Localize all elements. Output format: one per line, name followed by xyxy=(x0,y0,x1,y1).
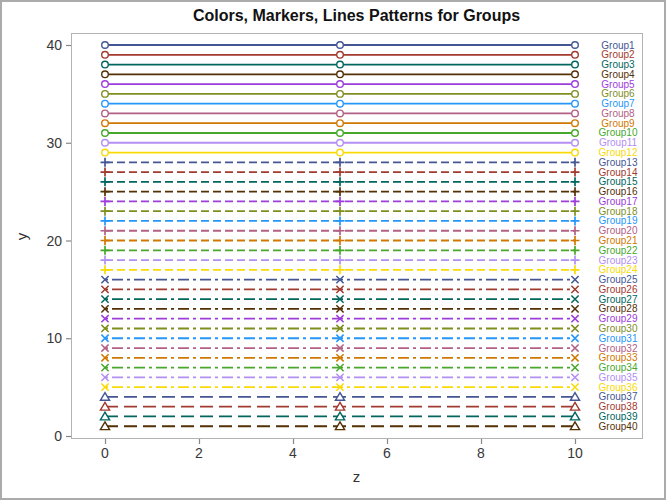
series-marker-circle xyxy=(337,130,344,137)
series-marker-circle xyxy=(102,149,109,156)
series-marker-x xyxy=(571,296,578,303)
series-marker-plus xyxy=(336,216,345,225)
series-marker-circle xyxy=(337,100,344,107)
series-marker-plus xyxy=(336,177,345,186)
y-tick-label: 20 xyxy=(46,233,62,249)
x-tick-label: 8 xyxy=(477,445,485,461)
series-marker-circle xyxy=(102,110,109,117)
series-marker-plus xyxy=(336,158,345,167)
series-marker-plus xyxy=(101,236,110,245)
series-marker-plus xyxy=(336,236,345,245)
series-marker-x xyxy=(571,305,578,312)
series-marker-circle xyxy=(572,100,579,107)
series-marker-plus xyxy=(101,177,110,186)
series-marker-x xyxy=(571,315,578,322)
series-marker-plus xyxy=(336,207,345,216)
series-marker-circle xyxy=(102,139,109,146)
series-curve-label: Group40 xyxy=(599,421,638,432)
series-marker-circle xyxy=(337,91,344,98)
x-tick-label: 6 xyxy=(383,445,391,461)
series-marker-plus xyxy=(571,158,580,167)
series-marker-plus xyxy=(571,226,580,235)
series-marker-circle xyxy=(102,91,109,98)
x-axis-label: z xyxy=(71,468,642,485)
series-marker-plus xyxy=(101,168,110,177)
series-marker-plus xyxy=(101,158,110,167)
series-marker-circle xyxy=(337,81,344,88)
x-tick-label: 0 xyxy=(101,445,109,461)
x-tick-label: 2 xyxy=(195,445,203,461)
series-marker-circle xyxy=(337,120,344,127)
series-marker-plus xyxy=(336,246,345,255)
series-marker-plus xyxy=(571,197,580,206)
series-marker-x xyxy=(571,354,578,361)
series-marker-circle xyxy=(102,71,109,78)
series-marker-plus xyxy=(101,207,110,216)
series-marker-x xyxy=(571,374,578,381)
y-tick-label: 0 xyxy=(54,428,62,444)
series-marker-circle xyxy=(102,81,109,88)
series-marker-plus xyxy=(101,226,110,235)
x-tick-label: 10 xyxy=(567,445,583,461)
series-marker-plus xyxy=(571,207,580,216)
y-tick-label: 10 xyxy=(46,330,62,346)
series-marker-circle xyxy=(337,42,344,49)
series-marker-circle xyxy=(572,130,579,137)
series-marker-circle xyxy=(337,61,344,68)
series-marker-circle xyxy=(572,81,579,88)
series-marker-plus xyxy=(571,236,580,245)
series-marker-plus xyxy=(571,256,580,265)
series-marker-circle xyxy=(337,110,344,117)
series-marker-circle xyxy=(572,91,579,98)
series-marker-circle xyxy=(102,51,109,58)
series-marker-circle xyxy=(572,51,579,58)
series-marker-circle xyxy=(102,100,109,107)
sas-graph: Colors, Markers, Lines Patterns for Grou… xyxy=(0,0,666,500)
series-marker-plus xyxy=(571,187,580,196)
series-marker-x xyxy=(571,276,578,283)
series-marker-plus xyxy=(336,187,345,196)
series-marker-plus xyxy=(571,216,580,225)
series-marker-circle xyxy=(337,149,344,156)
series-marker-x xyxy=(571,286,578,293)
series-marker-plus xyxy=(336,256,345,265)
series-marker-circle xyxy=(572,139,579,146)
series-marker-circle xyxy=(572,110,579,117)
series-marker-plus xyxy=(101,216,110,225)
series-marker-plus xyxy=(336,265,345,274)
series-marker-x xyxy=(571,364,578,371)
series-marker-circle xyxy=(572,149,579,156)
series-marker-circle xyxy=(572,42,579,49)
series-marker-plus xyxy=(336,197,345,206)
series-marker-x xyxy=(571,384,578,391)
series-marker-circle xyxy=(102,120,109,127)
y-tick-label: 40 xyxy=(46,37,62,53)
series-marker-x xyxy=(571,344,578,351)
series-marker-circle xyxy=(102,42,109,49)
series-marker-plus xyxy=(101,197,110,206)
series-marker-plus xyxy=(571,265,580,274)
series-marker-x xyxy=(571,335,578,342)
series-marker-plus xyxy=(336,168,345,177)
series-marker-plus xyxy=(336,226,345,235)
series-marker-circle xyxy=(572,61,579,68)
series-marker-circle xyxy=(337,51,344,58)
series-marker-plus xyxy=(571,246,580,255)
series-marker-plus xyxy=(571,177,580,186)
series-marker-circle xyxy=(102,61,109,68)
series-marker-plus xyxy=(101,256,110,265)
series-marker-plus xyxy=(101,187,110,196)
series-marker-circle xyxy=(102,130,109,137)
y-axis-label: y xyxy=(13,222,30,252)
series-marker-plus xyxy=(571,168,580,177)
y-tick-label: 30 xyxy=(46,135,62,151)
x-tick-label: 4 xyxy=(289,445,297,461)
series-marker-x xyxy=(571,325,578,332)
series-marker-circle xyxy=(572,120,579,127)
series-marker-plus xyxy=(101,265,110,274)
series-marker-plus xyxy=(101,246,110,255)
plot-svg: 0246810010203040Group1Group2Group3Group4… xyxy=(2,2,666,500)
series-marker-circle xyxy=(337,139,344,146)
series-marker-circle xyxy=(572,71,579,78)
series-marker-circle xyxy=(337,71,344,78)
